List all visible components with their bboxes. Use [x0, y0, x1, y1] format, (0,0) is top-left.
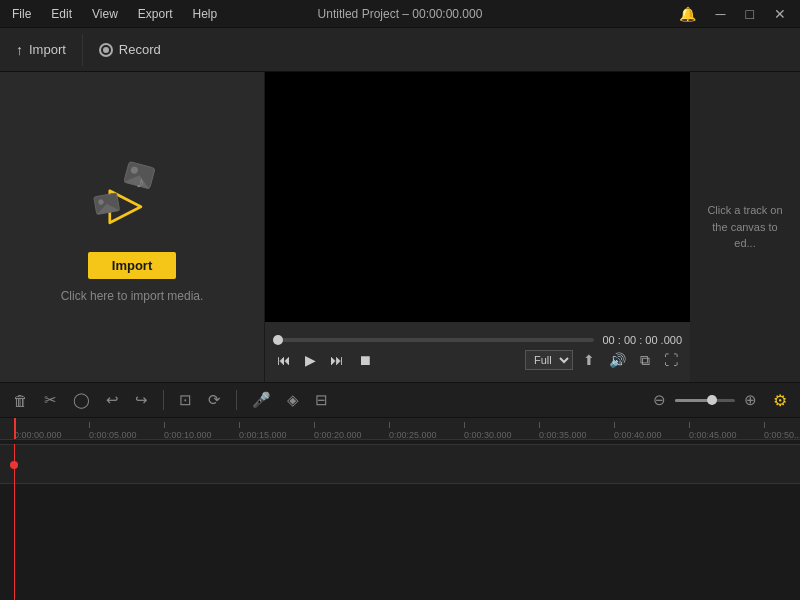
- fullscreen-icon[interactable]: ⛶: [660, 350, 682, 370]
- ripple-tool[interactable]: ◯: [68, 388, 95, 412]
- timeline-tracks[interactable]: [0, 444, 800, 600]
- import-icon-area: ♪: [87, 152, 177, 242]
- video-controls: 00 : 00 : 00 .000 ⏮ ▶ ⏭ ⏹ Full 1/2 1/4 ⬆…: [265, 322, 690, 382]
- right-hint-panel: Click a track on the canvas to ed...: [690, 72, 800, 382]
- ruler-tick: 0:00:30.000: [464, 422, 539, 440]
- import-hint-text: Click here to import media.: [61, 289, 204, 303]
- edit-toolbar: 🗑 ✂ ◯ ↩ ↪ ⊡ ⟳ 🎤 ◈ ⊟ ⊖ ⊕ ⚙: [0, 382, 800, 418]
- window-controls: 🔔 ─ □ ✕: [673, 4, 792, 24]
- audio-icon[interactable]: 🔊: [605, 350, 630, 370]
- import-illustration: ♪: [92, 157, 172, 237]
- marker-tool[interactable]: ◈: [282, 388, 304, 412]
- maximize-button[interactable]: □: [740, 4, 760, 24]
- svg-text:♪: ♪: [135, 173, 146, 191]
- ruler-tick: 0:00:00.000: [14, 422, 89, 440]
- ruler-tick: 0:00:10.000: [164, 422, 239, 440]
- progress-bar-area: 00 : 00 : 00 .000: [273, 334, 682, 346]
- timeline-settings-button[interactable]: ⚙: [768, 388, 792, 413]
- menu-help[interactable]: Help: [189, 5, 222, 23]
- import-media-button[interactable]: Import: [88, 252, 176, 279]
- separator-2: [236, 390, 237, 410]
- video-preview-panel: 00 : 00 : 00 .000 ⏮ ▶ ⏭ ⏹ Full 1/2 1/4 ⬆…: [265, 72, 690, 382]
- progress-thumb: [273, 335, 283, 345]
- ruler-tick: 0:00:45.000: [689, 422, 764, 440]
- delete-tool[interactable]: 🗑: [8, 389, 33, 412]
- zoom-slider[interactable]: [675, 399, 735, 402]
- cut-tool[interactable]: ✂: [39, 388, 62, 412]
- zoom-controls: ⊖ ⊕: [648, 388, 762, 412]
- ruler-tick: 0:00:15.000: [239, 422, 314, 440]
- close-button[interactable]: ✕: [768, 4, 792, 24]
- progress-bar[interactable]: [273, 338, 594, 342]
- canvas-hint-text: Click a track on the canvas to ed...: [706, 202, 784, 252]
- menu-export[interactable]: Export: [134, 5, 177, 23]
- ruler-tick: 0:00:25.000: [389, 422, 464, 440]
- record-circle-icon: [99, 43, 113, 57]
- layout-icon[interactable]: ⧉: [636, 350, 654, 371]
- window-title: Untitled Project – 00:00:00.000: [318, 7, 483, 21]
- play-button[interactable]: ▶: [301, 350, 320, 370]
- split-tool[interactable]: ⊟: [310, 388, 333, 412]
- menu-edit[interactable]: Edit: [47, 5, 76, 23]
- timeline-area: 0:00:00.0000:00:05.0000:00:10.0000:00:15…: [0, 418, 800, 600]
- track-row-1: [0, 444, 800, 484]
- playback-controls: ⏮ ▶ ⏭ ⏹ Full 1/2 1/4 ⬆ 🔊 ⧉ ⛶: [273, 350, 682, 371]
- undo-tool[interactable]: ↩: [101, 388, 124, 412]
- notification-icon[interactable]: 🔔: [673, 4, 702, 24]
- main-toolbar: ↑ Import Record: [0, 28, 800, 72]
- rotate-tool[interactable]: ⟳: [203, 388, 226, 412]
- video-canvas: [265, 72, 690, 322]
- zoom-out-button[interactable]: ⊖: [648, 388, 671, 412]
- playhead-circle: [10, 461, 18, 469]
- time-display: 00 : 00 : 00 .000: [602, 334, 682, 346]
- mic-tool[interactable]: 🎤: [247, 388, 276, 412]
- redo-tool[interactable]: ↪: [130, 388, 153, 412]
- ruler-tick: 0:00:50...: [764, 422, 800, 440]
- record-toolbar-button[interactable]: Record: [83, 34, 177, 65]
- stop-button[interactable]: ⏹: [354, 350, 376, 370]
- ruler-tick: 0:00:35.000: [539, 422, 614, 440]
- playhead-ruler-line: [14, 418, 16, 440]
- menu-file[interactable]: File: [8, 5, 35, 23]
- zoom-slider-fill: [675, 399, 710, 402]
- zoom-slider-thumb: [707, 395, 717, 405]
- quality-select[interactable]: Full 1/2 1/4: [525, 350, 573, 370]
- media-import-panel: ♪ Import Click here to import media.: [0, 72, 265, 382]
- menu-bar: File Edit View Export Help: [8, 5, 221, 23]
- import-toolbar-button[interactable]: ↑ Import: [0, 34, 83, 66]
- record-toolbar-label: Record: [119, 42, 161, 57]
- import-toolbar-label: Import: [29, 42, 66, 57]
- minimize-button[interactable]: ─: [710, 4, 732, 24]
- upload-icon[interactable]: ⬆: [579, 350, 599, 370]
- zoom-in-button[interactable]: ⊕: [739, 388, 762, 412]
- timeline-ruler: 0:00:00.0000:00:05.0000:00:10.0000:00:15…: [0, 418, 800, 440]
- skip-back-button[interactable]: ⏮: [273, 350, 295, 370]
- ruler-tick: 0:00:20.000: [314, 422, 389, 440]
- menu-view[interactable]: View: [88, 5, 122, 23]
- title-bar: File Edit View Export Help Untitled Proj…: [0, 0, 800, 28]
- import-arrow-icon: ↑: [16, 42, 23, 58]
- separator-1: [163, 390, 164, 410]
- record-dot-icon: [103, 47, 109, 53]
- main-content: ♪ Import Click here to import media.: [0, 72, 800, 382]
- ruler-ticks: 0:00:00.0000:00:05.0000:00:10.0000:00:15…: [0, 418, 800, 440]
- ruler-tick: 0:00:05.000: [89, 422, 164, 440]
- crop-tool[interactable]: ⊡: [174, 388, 197, 412]
- step-forward-button[interactable]: ⏭: [326, 350, 348, 370]
- ruler-tick: 0:00:40.000: [614, 422, 689, 440]
